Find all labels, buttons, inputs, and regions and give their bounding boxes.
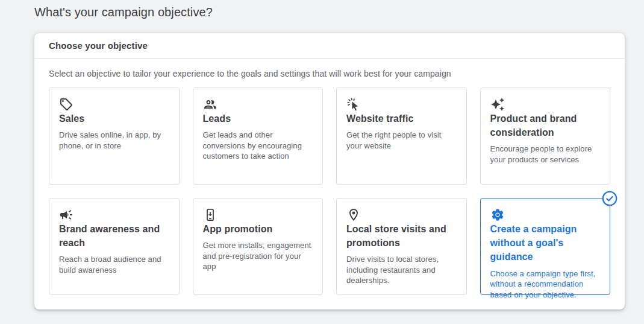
people-icon [203, 97, 313, 112]
location-pin-icon [346, 208, 457, 222]
page-title: What's your campaign objective? [34, 5, 213, 19]
objective-card-title: Create a campaign without a goal's guida… [490, 222, 601, 264]
cursor-click-icon [346, 97, 457, 112]
objective-card-description: Drive visits to local stores, including … [346, 254, 457, 286]
objective-card-description: Get more installs, engagement and pre-re… [203, 240, 313, 272]
objective-card-leads[interactable]: Leads Get leads and other conversions by… [193, 87, 324, 185]
choose-objective-panel: Choose your objective Select an objectiv… [34, 33, 625, 310]
objective-card-description: Get leads and other conversions by encou… [203, 130, 313, 162]
objective-card-title: Leads [203, 112, 313, 125]
objective-card-title: Brand awareness and reach [59, 222, 169, 250]
panel-header-title: Choose your objective [49, 40, 148, 51]
objective-card-title: Website traffic [346, 112, 457, 125]
panel-header: Choose your objective [34, 33, 625, 59]
objective-grid: Sales Drive sales online, in app, by pho… [34, 87, 625, 295]
objective-card-title: Local store visits and promotions [346, 222, 457, 250]
objective-card-description: Reach a broad audience and build awarene… [59, 254, 169, 275]
objective-card-sales[interactable]: Sales Drive sales online, in app, by pho… [49, 87, 180, 185]
objective-card-local-store-visits-and-promotions[interactable]: Local store visits and promotions Drive … [336, 198, 467, 295]
price-tag-icon [59, 97, 169, 112]
objective-card-description: Choose a campaign type first, without a … [490, 268, 601, 300]
gear-icon [490, 208, 601, 222]
panel-subtitle: Select an objective to tailor your exper… [34, 59, 625, 87]
objective-card-title: Product and brand consideration [490, 112, 601, 139]
phone-download-icon [203, 208, 313, 222]
objective-card-title: Sales [59, 112, 169, 125]
objective-card-description: Encourage people to explore your product… [490, 144, 601, 165]
selected-check-badge [602, 191, 617, 206]
objective-card-brand-awareness-and-reach[interactable]: Brand awareness and reach Reach a broad … [49, 198, 180, 295]
objective-card-website-traffic[interactable]: Website traffic Get the right people to … [336, 87, 467, 185]
objective-card-app-promotion[interactable]: App promotion Get more installs, engagem… [193, 198, 324, 295]
objective-card-product-and-brand-consideration[interactable]: Product and brand consideration Encourag… [480, 87, 611, 185]
objective-card-description: Drive sales online, in app, by phone, or… [59, 130, 169, 151]
objective-card-description: Get the right people to visit your websi… [346, 130, 457, 151]
objective-card-title: App promotion [203, 222, 313, 236]
objective-card-create-campaign-without-goal[interactable]: Create a campaign without a goal's guida… [480, 198, 611, 295]
megaphone-icon [59, 208, 169, 222]
sparkles-icon [490, 97, 601, 112]
